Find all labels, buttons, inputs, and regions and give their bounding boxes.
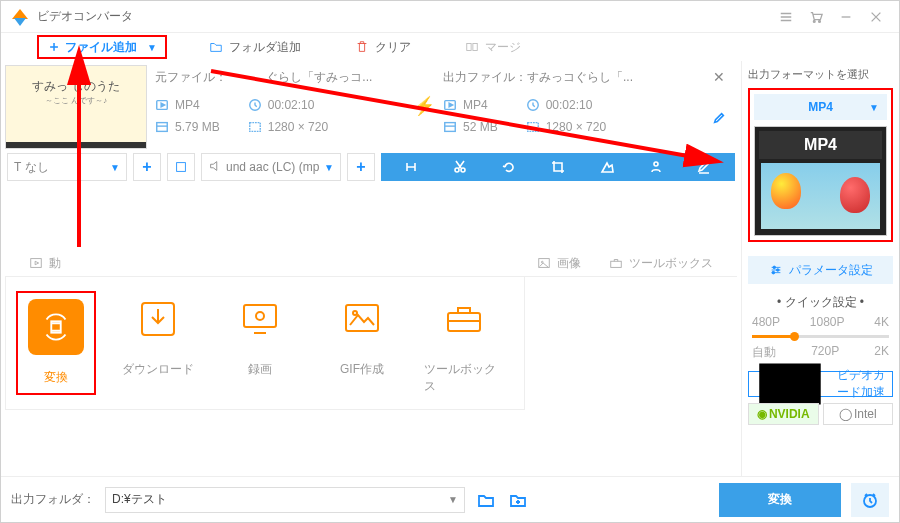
output-folder-label: 出力フォルダ： [11,491,95,508]
tile-record[interactable]: 録画 [220,291,300,395]
output-path-value: D:¥テスト [112,491,167,508]
q-4k: 4K [874,315,889,329]
svg-point-13 [455,168,459,172]
svg-rect-9 [445,123,456,132]
svg-point-14 [461,168,465,172]
output-format-dropdown[interactable]: MP4 ▼ [754,94,887,120]
src-format: MP4 [175,98,200,112]
out-duration: 00:02:10 [546,98,593,112]
out-format: MP4 [463,98,488,112]
tile-convert-label: 変換 [44,369,68,386]
cut-icon[interactable] [452,159,468,175]
app-logo [11,8,29,26]
q-1080p: 1080P [810,315,845,329]
clear-button[interactable]: クリア [343,35,423,59]
file-row: すみっ しのうた ～ここ んです～♪ 元ファイル： ぐらし「すみっコ... MP… [5,61,737,151]
add-subtitle-button[interactable]: + [133,153,161,181]
svg-rect-3 [473,44,477,51]
tab-image-label: 画像 [557,255,581,272]
add-folder-button[interactable]: フォルダ追加 [197,35,313,59]
video-thumbnail[interactable]: すみっ しのうた ～ここ んです～♪ [5,65,147,149]
parameter-settings-button[interactable]: パラメータ設定 [748,256,893,284]
quick-settings-heading: • クイック設定 • [748,294,893,311]
param-label: パラメータ設定 [789,262,873,279]
convert-icon [28,299,84,355]
svg-rect-12 [177,163,186,172]
q-480p: 480P [752,315,780,329]
svg-point-25 [353,311,357,315]
menu-icon[interactable] [773,4,799,30]
subtitle-edit-icon[interactable] [696,159,712,175]
clear-label: クリア [375,39,411,56]
svg-point-29 [772,266,775,269]
svg-point-15 [654,162,658,166]
remove-file-icon[interactable]: ✕ [713,69,725,85]
tile-gif[interactable]: GIF作成 [322,291,402,395]
watermark-icon[interactable] [648,159,664,175]
trim-icon[interactable] [403,159,419,175]
svg-point-1 [819,20,821,22]
output-path-dropdown[interactable]: D:¥テスト ▼ [105,487,465,513]
add-file-label: ファイル追加 [65,39,137,56]
output-format-value: MP4 [808,100,833,114]
out-resolution: 1280 × 720 [546,120,606,134]
close-icon[interactable] [863,4,889,30]
add-folder-label: フォルダ追加 [229,39,301,56]
svg-rect-5 [157,123,168,132]
cart-icon[interactable] [803,4,829,30]
tab-toolbox[interactable]: ツールボックス [595,250,727,276]
edit-file-icon[interactable] [712,111,726,128]
gpu-accel-button[interactable]: ビデオカード加速 [748,371,893,397]
svg-rect-7 [249,123,260,132]
output-format-heading: 出力フォーマットを選択 [748,67,893,82]
tile-gif-label: GIF作成 [340,361,384,378]
quality-slider[interactable] [752,335,889,338]
plus-icon: ＋ [47,38,61,56]
effect-icon[interactable] [599,159,615,175]
tile-download-label: ダウンロード [122,361,194,378]
thumb-text-2: ～ここ んです～♪ [6,95,146,106]
source-file-title: 元ファイル： ぐらし「すみっコ... [155,69,405,86]
tab-video[interactable]: 動 [15,250,75,276]
schedule-button[interactable] [851,483,889,517]
audio-dropdown[interactable]: und aac (LC) (mp▼ [201,153,341,181]
convert-button[interactable]: 変換 [719,483,841,517]
chevron-down-icon: ▼ [448,494,458,505]
svg-rect-32 [759,364,820,405]
edit-toolbar [381,153,735,181]
intel-badge: ◯Intel [823,403,894,425]
gpu-label: ビデオカード加速 [837,367,892,401]
convert-label: 変換 [768,491,792,508]
minimize-icon[interactable] [833,4,859,30]
tab-video-label: 動 [49,255,61,272]
src-resolution: 1280 × 720 [268,120,328,134]
svg-rect-19 [611,261,622,267]
svg-point-30 [776,269,779,272]
svg-rect-24 [346,305,378,331]
add-file-button[interactable]: ＋ ファイル追加 ▼ [37,35,167,59]
subtitle-settings-button[interactable] [167,153,195,181]
tab-image[interactable]: 画像 [523,250,595,276]
subtitle-value: なし [25,159,49,176]
add-audio-button[interactable]: + [347,153,375,181]
tile-convert[interactable]: 変換 [16,291,96,395]
browse-folder-icon[interactable] [507,489,529,511]
open-folder-icon[interactable] [475,489,497,511]
svg-rect-11 [527,123,538,132]
rotate-icon[interactable] [501,159,517,175]
format-badge: MP4 [759,131,882,159]
slider-handle[interactable] [790,332,799,341]
merge-button[interactable]: マージ [453,35,533,59]
src-duration: 00:02:10 [268,98,315,112]
nvidia-badge: ◉NVIDIA [748,403,819,425]
svg-rect-2 [467,44,471,51]
q-2k: 2K [874,344,889,361]
record-icon [232,291,288,347]
svg-point-0 [813,20,815,22]
tile-download[interactable]: ダウンロード [118,291,198,395]
tile-toolbox[interactable]: ツールボックス [424,291,504,395]
subtitle-dropdown[interactable]: Tなし▼ [7,153,127,181]
crop-icon[interactable] [550,159,566,175]
thumb-text-1: すみっ しのうた [6,78,146,95]
gif-icon [334,291,390,347]
